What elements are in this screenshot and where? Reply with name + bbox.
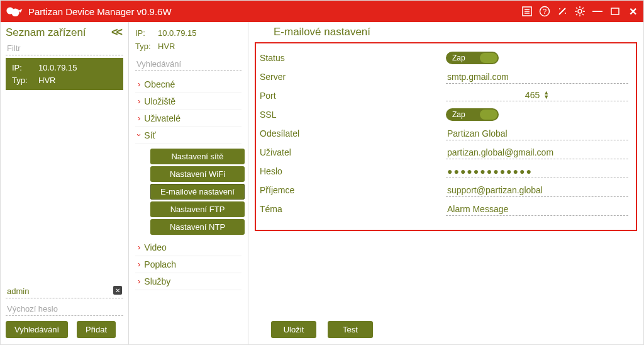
clear-user-icon[interactable]: ✕ [113, 286, 122, 295]
tree-item-sluzby[interactable]: ›Služby [135, 273, 242, 290]
settings-search-input[interactable] [135, 57, 242, 71]
wand-icon[interactable] [557, 6, 568, 17]
port-value: 465 [525, 90, 540, 100]
label-user: Uživatel [257, 147, 446, 157]
device-type-label: Typ: [12, 74, 33, 87]
login-pass-input[interactable] [6, 302, 123, 316]
device-filter-input[interactable] [6, 42, 123, 55]
label-recipient: Příjemce [257, 185, 446, 195]
svg-line-19 [582, 8, 584, 9]
toggle-knob-icon [480, 53, 497, 63]
label-password: Heslo [257, 166, 446, 176]
email-settings-panel: E-mailové nastavení Status Zap Server Po… [248, 22, 643, 344]
test-button[interactable]: Test [328, 321, 373, 338]
page-title: E-mailové nastavení [274, 26, 637, 38]
ssl-toggle[interactable]: Zap [446, 108, 499, 121]
label-status: Status [257, 53, 446, 63]
search-button[interactable]: Vyhledávání [6, 321, 68, 338]
device-ip-label: IP: [12, 62, 33, 74]
device-list-item[interactable]: IP:10.0.79.15 Typ:HVR [6, 58, 123, 90]
label-sender: Odesílatel [257, 128, 446, 139]
port-stepper[interactable]: 465 ▲▼ [446, 90, 628, 101]
subitem-ntp-settings[interactable]: Nastavení NTP [150, 219, 245, 235]
settings-tree-panel: IP:10.0.79.15 Typ:HVR ›Obecné ›Uložiště … [129, 22, 248, 344]
app-title: Partizan Device Manager v0.9.6W [28, 6, 521, 17]
email-form: Status Zap Server Port 465 [255, 42, 637, 231]
subitem-email-settings[interactable]: E-mailové nastavení [150, 184, 245, 200]
selected-device-info: IP:10.0.79.15 Typ:HVR [135, 27, 242, 54]
login-user-input[interactable] [6, 285, 123, 298]
password-input[interactable]: ●●●●●●●●●●●●● [446, 165, 628, 178]
sit-subtree: Nastavení sítě Nastavení WiFi E-mailové … [135, 144, 242, 239]
device-type: HVR [38, 74, 55, 87]
titlebar: Partizan Device Manager v0.9.6W ? — ✕ [1, 1, 643, 22]
tree-item-video[interactable]: ›Video [135, 239, 242, 256]
help-icon[interactable]: ? [539, 6, 550, 17]
chevron-right-icon: › [138, 96, 140, 106]
app-window: Partizan Device Manager v0.9.6W ? — ✕ Se… [0, 0, 644, 345]
subitem-wifi-settings[interactable]: Nastavení WiFi [150, 166, 245, 182]
tree-item-uzivatele[interactable]: ›Uživatelé [135, 110, 242, 127]
chevron-down-icon: › [135, 133, 144, 136]
tree-item-sit[interactable]: ›Síť [135, 127, 242, 144]
svg-rect-20 [611, 8, 619, 14]
chevron-right-icon: › [138, 113, 140, 123]
user-input[interactable] [446, 146, 628, 159]
subject-input[interactable] [446, 203, 628, 216]
chevron-right-icon: › [138, 276, 140, 286]
label-ssl: SSL [257, 110, 446, 120]
tree-item-obecne[interactable]: ›Obecné [135, 76, 242, 93]
chevron-right-icon: › [138, 259, 140, 269]
svg-line-18 [576, 14, 577, 15]
log-icon[interactable] [521, 6, 533, 17]
device-ip: 10.0.79.15 [38, 62, 77, 74]
svg-point-10 [565, 13, 566, 14]
app-logo-icon [6, 5, 23, 18]
titlebar-actions: ? — ✕ [521, 6, 638, 17]
minimize-icon[interactable]: — [592, 6, 603, 17]
toggle-knob-icon [480, 110, 497, 120]
chevron-right-icon: › [138, 242, 140, 252]
chevron-right-icon: › [138, 79, 140, 89]
status-toggle[interactable]: Zap [446, 52, 499, 64]
subitem-ftp-settings[interactable]: Nastavení FTP [150, 201, 245, 217]
label-server: Server [257, 72, 446, 82]
svg-line-17 [582, 14, 584, 15]
label-port: Port [257, 91, 446, 101]
tree-item-poplach[interactable]: ›Poplach [135, 256, 242, 273]
stepper-arrows-icon[interactable]: ▲▼ [543, 91, 549, 99]
collapse-left-icon[interactable]: << [111, 26, 123, 39]
maximize-icon[interactable] [609, 6, 621, 17]
device-list-title: Seznam zařízení [6, 26, 86, 39]
add-button[interactable]: Přidat [77, 321, 116, 338]
subitem-net-settings[interactable]: Nastavení sítě [150, 149, 245, 164]
close-icon[interactable]: ✕ [627, 6, 638, 17]
svg-point-11 [578, 9, 582, 13]
svg-point-1 [11, 8, 19, 16]
save-button[interactable]: Uložit [271, 321, 316, 338]
sender-input[interactable] [446, 127, 628, 140]
svg-point-9 [559, 8, 560, 9]
device-list-panel: Seznam zařízení << IP:10.0.79.15 Typ:HVR… [1, 22, 129, 344]
server-input[interactable] [446, 71, 628, 84]
svg-text:?: ? [543, 8, 547, 15]
label-subject: Téma [257, 204, 446, 214]
svg-line-16 [576, 8, 577, 9]
tree-item-uloziste[interactable]: ›Uložiště [135, 93, 242, 110]
gear-icon[interactable] [574, 6, 586, 17]
recipient-input[interactable] [446, 184, 628, 197]
